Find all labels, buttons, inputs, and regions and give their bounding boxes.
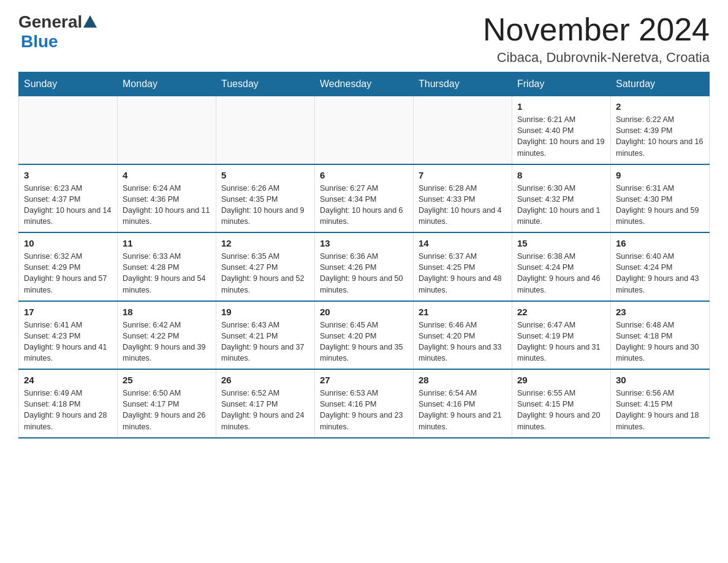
day-info: Sunrise: 6:54 AMSunset: 4:16 PMDaylight:… [419,388,507,432]
day-number: 12 [221,238,309,248]
day-number: 11 [123,238,211,248]
day-number: 15 [517,238,605,248]
calendar-header: SundayMondayTuesdayWednesdayThursdayFrid… [19,72,710,96]
header-tuesday: Tuesday [216,72,315,96]
cell-week2-day4: 6Sunrise: 6:27 AMSunset: 4:34 PMDaylight… [315,164,414,233]
cell-week3-day4: 13Sunrise: 6:36 AMSunset: 4:26 PMDayligh… [315,232,414,301]
logo-general-text: General [18,12,82,32]
day-number: 30 [616,375,704,385]
cell-week1-day7: 2Sunrise: 6:22 AMSunset: 4:39 PMDaylight… [611,96,710,164]
day-number: 18 [123,307,211,317]
header-wednesday: Wednesday [315,72,414,96]
day-number: 14 [419,238,507,248]
day-info: Sunrise: 6:28 AMSunset: 4:33 PMDaylight:… [419,183,507,228]
cell-week5-day2: 25Sunrise: 6:50 AMSunset: 4:17 PMDayligh… [118,369,216,438]
day-info: Sunrise: 6:55 AMSunset: 4:15 PMDaylight:… [517,388,605,432]
day-number: 26 [221,375,309,385]
day-info: Sunrise: 6:33 AMSunset: 4:28 PMDaylight:… [123,251,211,296]
cell-week2-day7: 9Sunrise: 6:31 AMSunset: 4:30 PMDaylight… [611,164,710,233]
week-row-4: 17Sunrise: 6:41 AMSunset: 4:23 PMDayligh… [19,301,710,370]
cell-week1-day6: 1Sunrise: 6:21 AMSunset: 4:40 PMDaylight… [512,96,611,164]
logo: General Blue [18,12,97,52]
day-info: Sunrise: 6:31 AMSunset: 4:30 PMDaylight:… [616,183,704,228]
cell-week2-day5: 7Sunrise: 6:28 AMSunset: 4:33 PMDaylight… [414,164,512,233]
day-info: Sunrise: 6:49 AMSunset: 4:18 PMDaylight:… [24,388,112,432]
day-number: 10 [24,238,112,248]
cell-week4-day4: 20Sunrise: 6:45 AMSunset: 4:20 PMDayligh… [315,301,414,370]
day-number: 27 [320,375,408,385]
day-number: 28 [419,375,507,385]
day-number: 7 [419,170,507,180]
day-number: 6 [320,170,408,180]
day-info: Sunrise: 6:47 AMSunset: 4:19 PMDaylight:… [517,320,605,364]
day-info: Sunrise: 6:30 AMSunset: 4:32 PMDaylight:… [517,183,605,228]
header-saturday: Saturday [611,72,710,96]
day-number: 19 [221,307,309,317]
cell-week1-day3 [216,96,315,164]
header-row: SundayMondayTuesdayWednesdayThursdayFrid… [19,72,710,96]
day-number: 5 [221,170,309,180]
week-row-5: 24Sunrise: 6:49 AMSunset: 4:18 PMDayligh… [19,369,710,438]
day-info: Sunrise: 6:52 AMSunset: 4:17 PMDaylight:… [221,388,309,432]
day-number: 22 [517,307,605,317]
day-info: Sunrise: 6:27 AMSunset: 4:34 PMDaylight:… [320,183,408,228]
day-number: 25 [123,375,211,385]
cell-week4-day3: 19Sunrise: 6:43 AMSunset: 4:21 PMDayligh… [216,301,315,370]
cell-week3-day7: 16Sunrise: 6:40 AMSunset: 4:24 PMDayligh… [611,232,710,301]
cell-week3-day6: 15Sunrise: 6:38 AMSunset: 4:24 PMDayligh… [512,232,611,301]
day-info: Sunrise: 6:38 AMSunset: 4:24 PMDaylight:… [517,251,605,296]
cell-week4-day1: 17Sunrise: 6:41 AMSunset: 4:23 PMDayligh… [19,301,118,370]
day-info: Sunrise: 6:46 AMSunset: 4:20 PMDaylight:… [419,320,507,364]
week-row-3: 10Sunrise: 6:32 AMSunset: 4:29 PMDayligh… [19,232,710,301]
day-info: Sunrise: 6:23 AMSunset: 4:37 PMDaylight:… [24,183,112,228]
day-number: 17 [24,307,112,317]
day-info: Sunrise: 6:40 AMSunset: 4:24 PMDaylight:… [616,251,704,296]
cell-week5-day6: 29Sunrise: 6:55 AMSunset: 4:15 PMDayligh… [512,369,611,438]
cell-week1-day4 [315,96,414,164]
cell-week2-day6: 8Sunrise: 6:30 AMSunset: 4:32 PMDaylight… [512,164,611,233]
day-number: 24 [24,375,112,385]
cell-week1-day2 [118,96,216,164]
day-number: 8 [517,170,605,180]
cell-week5-day1: 24Sunrise: 6:49 AMSunset: 4:18 PMDayligh… [19,369,118,438]
cell-week3-day1: 10Sunrise: 6:32 AMSunset: 4:29 PMDayligh… [19,232,118,301]
cell-week4-day7: 23Sunrise: 6:48 AMSunset: 4:18 PMDayligh… [611,301,710,370]
day-info: Sunrise: 6:50 AMSunset: 4:17 PMDaylight:… [123,388,211,432]
cell-week3-day3: 12Sunrise: 6:35 AMSunset: 4:27 PMDayligh… [216,232,315,301]
cell-week2-day3: 5Sunrise: 6:26 AMSunset: 4:35 PMDaylight… [216,164,315,233]
day-number: 4 [123,170,211,180]
day-number: 2 [616,101,704,112]
day-number: 1 [517,101,605,112]
cell-week4-day5: 21Sunrise: 6:46 AMSunset: 4:20 PMDayligh… [414,301,512,370]
cell-week2-day2: 4Sunrise: 6:24 AMSunset: 4:36 PMDaylight… [118,164,216,233]
day-number: 3 [24,170,112,180]
header-sunday: Sunday [19,72,118,96]
cell-week2-day1: 3Sunrise: 6:23 AMSunset: 4:37 PMDaylight… [19,164,118,233]
logo-triangle-icon [83,15,97,28]
cell-week5-day4: 27Sunrise: 6:53 AMSunset: 4:16 PMDayligh… [315,369,414,438]
cell-week3-day2: 11Sunrise: 6:33 AMSunset: 4:28 PMDayligh… [118,232,216,301]
day-info: Sunrise: 6:24 AMSunset: 4:36 PMDaylight:… [123,183,211,228]
page-title: November 2024 [483,12,710,47]
page-header: General Blue November 2024 Cibaca, Dubro… [18,12,710,66]
day-number: 9 [616,170,704,180]
day-number: 13 [320,238,408,248]
day-number: 21 [419,307,507,317]
header-thursday: Thursday [414,72,512,96]
day-info: Sunrise: 6:35 AMSunset: 4:27 PMDaylight:… [221,251,309,296]
day-number: 16 [616,238,704,248]
day-info: Sunrise: 6:32 AMSunset: 4:29 PMDaylight:… [24,251,112,296]
title-block: November 2024 Cibaca, Dubrovnik-Neretva,… [483,12,710,66]
day-info: Sunrise: 6:37 AMSunset: 4:25 PMDaylight:… [419,251,507,296]
week-row-2: 3Sunrise: 6:23 AMSunset: 4:37 PMDaylight… [19,164,710,233]
header-friday: Friday [512,72,611,96]
cell-week5-day7: 30Sunrise: 6:56 AMSunset: 4:15 PMDayligh… [611,369,710,438]
cell-week3-day5: 14Sunrise: 6:37 AMSunset: 4:25 PMDayligh… [414,232,512,301]
svg-marker-0 [83,15,97,28]
day-info: Sunrise: 6:42 AMSunset: 4:22 PMDaylight:… [123,320,211,364]
cell-week5-day3: 26Sunrise: 6:52 AMSunset: 4:17 PMDayligh… [216,369,315,438]
page-subtitle: Cibaca, Dubrovnik-Neretva, Croatia [483,50,710,66]
day-info: Sunrise: 6:56 AMSunset: 4:15 PMDaylight:… [616,388,704,432]
day-info: Sunrise: 6:41 AMSunset: 4:23 PMDaylight:… [24,320,112,364]
cell-week5-day5: 28Sunrise: 6:54 AMSunset: 4:16 PMDayligh… [414,369,512,438]
